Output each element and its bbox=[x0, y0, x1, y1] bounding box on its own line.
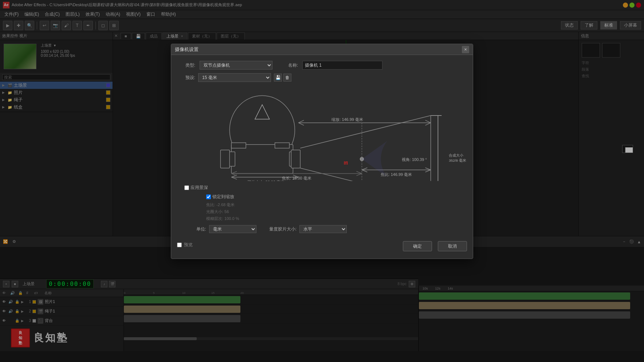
svg-line-11 bbox=[298, 123, 304, 125]
dof-checkbox-label[interactable]: 应用景深 bbox=[184, 185, 208, 191]
preset-label: 预设: bbox=[177, 75, 195, 81]
svg-line-13 bbox=[425, 123, 431, 125]
svg-rect-2 bbox=[231, 145, 293, 174]
svg-rect-5 bbox=[275, 143, 290, 148]
type-select[interactable]: 双节点摄像机 bbox=[200, 61, 272, 70]
aperture-label: 光圈大小: 56 bbox=[206, 209, 229, 215]
svg-line-30 bbox=[357, 171, 362, 173]
svg-text:352/8 毫米: 352/8 毫米 bbox=[449, 158, 466, 162]
camera-diagram: 缩放: 146.99 毫米 胶片大小: 36.00 毫米 视角: 100.39 … bbox=[177, 86, 467, 181]
dof-label: 应用景深 bbox=[191, 185, 208, 191]
dialog-buttons: 确定 取消 bbox=[403, 237, 467, 253]
camera-dialog: 摄像机设置 × 类型: 双节点摄像机 名称: 预设: bbox=[171, 44, 473, 259]
svg-rect-8 bbox=[291, 150, 300, 168]
dialog-body: 类型: 双节点摄像机 名称: 预设: 15 毫米 💾 🗑 bbox=[171, 55, 473, 259]
unit-select[interactable]: 毫米 bbox=[209, 225, 256, 233]
preset-select[interactable]: 15 毫米 bbox=[198, 73, 271, 82]
svg-rect-7 bbox=[220, 150, 229, 168]
dialog-close-button[interactable]: × bbox=[462, 46, 469, 53]
unit-measure-section: 单位: 毫米 量度胶片大小: 水平 bbox=[177, 225, 467, 233]
svg-line-35 bbox=[425, 168, 431, 170]
preview-checkbox[interactable] bbox=[177, 243, 182, 247]
svg-text:缩放: 146.99 毫米: 缩放: 146.99 毫米 bbox=[331, 117, 363, 122]
svg-line-29 bbox=[231, 173, 237, 176]
lock-zoom-checkbox[interactable] bbox=[206, 194, 211, 199]
dof-row: 应用景深 bbox=[184, 185, 467, 191]
cancel-button[interactable]: 取消 bbox=[438, 241, 467, 251]
svg-line-10 bbox=[298, 120, 304, 123]
type-name-row: 类型: 双节点摄像机 名称: bbox=[177, 61, 467, 70]
camera-svg: 缩放: 146.99 毫米 胶片大小: 36.00 毫米 视角: 100.39 … bbox=[177, 86, 467, 181]
name-label: 名称: bbox=[280, 62, 298, 68]
svg-text:合成大小: 合成大小 bbox=[449, 153, 463, 157]
dialog-footer: 预览 确定 取消 bbox=[177, 237, 467, 253]
svg-text:胶片大小: 36.00 毫米: 胶片大小: 36.00 毫米 bbox=[247, 180, 285, 181]
measure-select[interactable]: 水平 bbox=[299, 225, 347, 233]
svg-line-34 bbox=[362, 170, 367, 172]
camera-name-input[interactable] bbox=[302, 61, 382, 70]
svg-text:IfI: IfI bbox=[344, 160, 348, 166]
preview-label: 预览 bbox=[184, 242, 193, 248]
dialog-titlebar: 摄像机设置 × bbox=[171, 44, 473, 55]
lock-zoom-label: 锁定到缩放 bbox=[212, 194, 234, 200]
dof-checkbox[interactable] bbox=[184, 185, 189, 190]
svg-line-15 bbox=[300, 115, 431, 148]
svg-line-24 bbox=[231, 177, 237, 179]
svg-line-12 bbox=[425, 120, 431, 123]
dof-fields: 锁定到缩放 焦比: -2.68 毫米 光圈大小: 56 模糊层次: 100.0 … bbox=[188, 194, 467, 221]
blur-level-label: 模糊层次: 100.0 % bbox=[206, 216, 239, 221]
dialog-title: 摄像机设置 bbox=[175, 46, 462, 53]
svg-line-36 bbox=[425, 170, 431, 172]
svg-rect-6 bbox=[231, 143, 246, 148]
svg-line-33 bbox=[362, 168, 367, 170]
ok-button[interactable]: 确定 bbox=[403, 241, 432, 251]
type-label: 类型: bbox=[177, 62, 195, 68]
preset-delete-btn[interactable]: 🗑 bbox=[283, 74, 291, 82]
unit-label: 单位: bbox=[177, 226, 206, 232]
preset-row: 预设: 15 毫米 💾 🗑 bbox=[177, 73, 467, 82]
modal-overlay: 摄像机设置 × 类型: 双节点摄像机 名称: 预设: bbox=[0, 0, 644, 362]
focal-ratio-label: 焦比: -2.68 毫米 bbox=[206, 202, 235, 208]
svg-text:视角: 100.39 °: 视角: 100.39 ° bbox=[402, 157, 427, 162]
svg-text:焦长: 15.00 毫米: 焦长: 15.00 毫米 bbox=[282, 176, 311, 180]
svg-line-31 bbox=[357, 173, 362, 176]
svg-text:焦比: 146.99 毫米: 焦比: 146.99 毫米 bbox=[381, 172, 412, 177]
measure-label: 量度胶片大小: bbox=[267, 226, 297, 232]
preview-checkbox-label[interactable]: 预览 bbox=[177, 242, 193, 248]
preset-save-btn[interactable]: 💾 bbox=[274, 74, 282, 82]
